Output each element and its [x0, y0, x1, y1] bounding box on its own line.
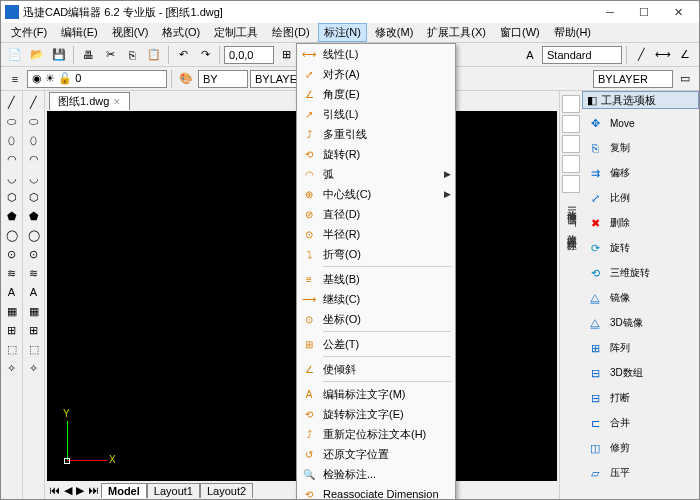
dim-icon[interactable]: ⟷ [653, 45, 673, 65]
prop-icon[interactable]: ▭ [675, 69, 695, 89]
tool-extend[interactable]: ▱压平 [584, 461, 697, 485]
draw-tool-5[interactable]: ⬡ [25, 188, 43, 206]
tab-nav-last[interactable]: ⏭ [86, 484, 101, 496]
tool-copy[interactable]: ⎘复制 [584, 136, 697, 160]
draw-tool-10[interactable]: A [3, 283, 21, 301]
menu-item[interactable]: ↗引线(L) [297, 104, 455, 124]
draw-tool-4[interactable]: ◡ [3, 169, 21, 187]
tool-mirror3d[interactable]: ⧋3D镜像 [584, 311, 697, 335]
style-combo[interactable]: Standard [542, 46, 622, 64]
palette-tab-3[interactable] [562, 155, 580, 173]
draw-tool-9[interactable]: ≋ [25, 264, 43, 282]
menu-item[interactable]: ↺还原文字位置 [297, 444, 455, 464]
draw-tool-10[interactable]: A [25, 283, 43, 301]
menu-item[interactable]: ⤢对齐(A) [297, 64, 455, 84]
draw-tool-1[interactable]: ⬭ [3, 112, 21, 130]
draw-tool-2[interactable]: ⬯ [3, 131, 21, 149]
tool-move[interactable]: ✥Move [584, 111, 697, 135]
new-icon[interactable]: 📄 [5, 45, 25, 65]
close-button[interactable]: ✕ [661, 2, 695, 22]
draw-tool-14[interactable]: ✧ [25, 359, 43, 377]
menu-item[interactable]: ⊞公差(T) [297, 334, 455, 354]
menu-5[interactable]: 绘图(D) [266, 23, 315, 42]
menu-item[interactable]: ⊙坐标(O) [297, 309, 455, 329]
maximize-button[interactable]: ☐ [627, 2, 661, 22]
tool-array[interactable]: ⊞阵列 [584, 336, 697, 360]
draw-tool-8[interactable]: ⊙ [25, 245, 43, 263]
draw-tool-14[interactable]: ✧ [3, 359, 21, 377]
layout-tab-model[interactable]: Model [101, 483, 147, 498]
menu-item[interactable]: A编辑标注文字(M) [297, 384, 455, 404]
draw-tool-3[interactable]: ◠ [3, 150, 21, 168]
tab-nav-next[interactable]: ▶ [74, 484, 86, 497]
redo-icon[interactable]: ↷ [195, 45, 215, 65]
tool-array3d[interactable]: ⊟3D数组 [584, 361, 697, 385]
tool-mirror[interactable]: ⧋镜像 [584, 286, 697, 310]
draw-tool-0[interactable]: ╱ [3, 93, 21, 111]
document-tab[interactable]: 图纸1.dwg ✕ [49, 92, 130, 110]
menu-item[interactable]: ∠角度(E) [297, 84, 455, 104]
draw-tool-5[interactable]: ⬡ [3, 188, 21, 206]
open-icon[interactable]: 📂 [27, 45, 47, 65]
draw-tool-4[interactable]: ◡ [25, 169, 43, 187]
draw-tool-7[interactable]: ◯ [3, 226, 21, 244]
save-icon[interactable]: 💾 [49, 45, 69, 65]
color-combo[interactable]: BY [198, 70, 248, 88]
tool-rotate3d[interactable]: ⟲三维旋转 [584, 261, 697, 285]
palette-tab-4[interactable] [562, 175, 580, 193]
menu-item[interactable]: ∠使倾斜 [297, 359, 455, 379]
draw-tool-13[interactable]: ⬚ [3, 340, 21, 358]
tool-scale[interactable]: ⤢比例 [584, 186, 697, 210]
lweight-combo[interactable]: BYLAYER [593, 70, 673, 88]
draw-tool-12[interactable]: ⊞ [25, 321, 43, 339]
menu-item[interactable]: ⊘直径(D) [297, 204, 455, 224]
menu-8[interactable]: 扩展工具(X) [421, 23, 492, 42]
draw-tool-3[interactable]: ◠ [25, 150, 43, 168]
tab-nav-first[interactable]: ⏮ [47, 484, 62, 496]
angle-icon[interactable]: ∠ [675, 45, 695, 65]
menu-item[interactable]: ⤴重新定位标注文本(H) [297, 424, 455, 444]
menu-4[interactable]: 定制工具 [208, 23, 264, 42]
paste-icon[interactable]: 📋 [144, 45, 164, 65]
menu-item[interactable]: ≡基线(B) [297, 269, 455, 289]
menu-item[interactable]: ⤴多重引线 [297, 124, 455, 144]
menu-item[interactable]: ⟶继续(C) [297, 289, 455, 309]
palette-tab-0[interactable] [562, 95, 580, 113]
menu-item[interactable]: ⟲Reassociate Dimension [297, 484, 455, 500]
menu-item[interactable]: ⤵折弯(O) [297, 244, 455, 264]
close-tab-icon[interactable]: ✕ [113, 97, 121, 107]
draw-tool-11[interactable]: ▦ [25, 302, 43, 320]
draw-tool-11[interactable]: ▦ [3, 302, 21, 320]
text-icon[interactable]: A [520, 45, 540, 65]
draw-tool-0[interactable]: ╱ [25, 93, 43, 111]
palette-tab-2[interactable] [562, 135, 580, 153]
layout-tab-1[interactable]: Layout1 [147, 483, 200, 498]
menu-9[interactable]: 窗口(W) [494, 23, 546, 42]
draw-tool-9[interactable]: ≋ [3, 264, 21, 282]
menu-item[interactable]: ⊕中心线(C)▶ [297, 184, 455, 204]
draw-tool-2[interactable]: ⬯ [25, 131, 43, 149]
menu-1[interactable]: 编辑(E) [55, 23, 104, 42]
menu-item[interactable]: 🔍检验标注... [297, 464, 455, 484]
draw-tool-13[interactable]: ⬚ [25, 340, 43, 358]
draw-tool-8[interactable]: ⊙ [3, 245, 21, 263]
tool-delete[interactable]: ✖删除 [584, 211, 697, 235]
minimize-button[interactable]: ─ [593, 2, 627, 22]
menu-item[interactable]: ⟷线性(L) [297, 44, 455, 64]
tool-icon[interactable]: ⊞ [276, 45, 296, 65]
draw-tool-1[interactable]: ⬭ [25, 112, 43, 130]
layer-combo[interactable]: ◉ ☀ 🔓 0 [27, 70, 167, 88]
menu-0[interactable]: 文件(F) [5, 23, 53, 42]
tool-offset[interactable]: ⇉偏移 [584, 161, 697, 185]
menu-2[interactable]: 视图(V) [106, 23, 155, 42]
draw-tool-12[interactable]: ⊞ [3, 321, 21, 339]
coord-combo[interactable]: 0,0,0 [224, 46, 274, 64]
tool-join[interactable]: ⊏合并 [584, 411, 697, 435]
undo-icon[interactable]: ↶ [173, 45, 193, 65]
menu-3[interactable]: 格式(O) [156, 23, 206, 42]
copy-icon[interactable]: ⎘ [122, 45, 142, 65]
menu-item[interactable]: ⟲旋转(R) [297, 144, 455, 164]
layer-icon[interactable]: ≡ [5, 69, 25, 89]
menu-item[interactable]: ◠弧▶ [297, 164, 455, 184]
menu-7[interactable]: 修改(M) [369, 23, 420, 42]
